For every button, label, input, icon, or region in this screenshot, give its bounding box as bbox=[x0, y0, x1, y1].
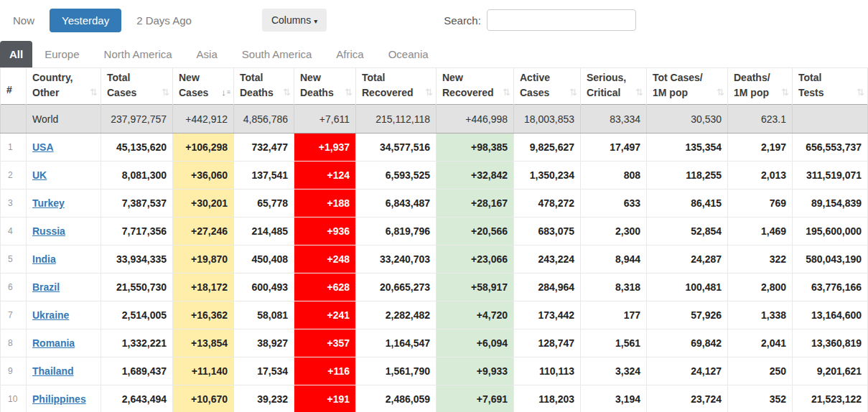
table-row-india: 5India33,934,335+19,870450,408+24833,240… bbox=[1, 245, 868, 273]
cell-total-cases: 2,643,494 bbox=[101, 385, 173, 412]
cell-total-deaths: 732,477 bbox=[234, 134, 294, 161]
sort-desc-icon: ↓≡ bbox=[221, 87, 230, 98]
country-link[interactable]: India bbox=[32, 253, 56, 265]
cell-new-deaths: +241 bbox=[294, 301, 356, 329]
country-link[interactable]: Russia bbox=[32, 225, 65, 237]
country-cell: Russia bbox=[27, 217, 101, 245]
cell-new-cases: +30,201 bbox=[173, 189, 234, 217]
columns-dropdown-button[interactable]: Columns▾ bbox=[262, 9, 327, 32]
column-header-tot-cases-1m[interactable]: Tot Cases/1M pop⇅ bbox=[647, 68, 728, 105]
country-link[interactable]: UK bbox=[32, 169, 47, 181]
column-header-total-cases[interactable]: TotalCases⇅ bbox=[101, 68, 173, 105]
cell-deaths-per-1m: 1,338 bbox=[728, 301, 793, 329]
country-cell: India bbox=[27, 245, 101, 273]
yesterday-button[interactable]: Yesterday bbox=[50, 9, 121, 32]
column-header-label: TotalCases bbox=[107, 70, 169, 100]
cell-new-recovered: +6,094 bbox=[437, 329, 514, 357]
country-link[interactable]: Brazil bbox=[32, 281, 60, 293]
column-header-label: Tot Cases/1M pop bbox=[653, 70, 724, 100]
country-cell: World bbox=[27, 105, 101, 134]
toolbar: Now Yesterday 2 Days Ago Columns▾ Search… bbox=[0, 0, 868, 33]
table-body: World237,972,757+442,9124,856,786+7,6112… bbox=[1, 105, 868, 412]
country-cell: UK bbox=[27, 161, 101, 189]
country-link[interactable]: Thailand bbox=[32, 365, 74, 377]
column-header-new-recovered[interactable]: NewRecovered⇅ bbox=[437, 68, 514, 105]
column-header-label: Serious,Critical bbox=[587, 70, 643, 100]
tab-europe[interactable]: Europe bbox=[32, 41, 91, 67]
cell-new-deaths: +248 bbox=[294, 245, 356, 273]
country-link[interactable]: Romania bbox=[32, 337, 75, 349]
search-input[interactable] bbox=[487, 9, 636, 31]
cell-active-cases: 683,075 bbox=[514, 217, 581, 245]
column-header-label: # bbox=[6, 83, 22, 98]
country-cell: Turkey bbox=[27, 189, 101, 217]
column-header-deaths-1m[interactable]: Deaths/1M pop⇅ bbox=[728, 68, 793, 105]
cell-serious-critical: 83,334 bbox=[581, 105, 647, 134]
cell-new-recovered: +20,566 bbox=[437, 217, 514, 245]
table-row-philippines: 10Philippines2,643,494+10,67039,232+1912… bbox=[1, 385, 868, 412]
cell-active-cases: 128,747 bbox=[514, 329, 581, 357]
cell-serious-critical: 177 bbox=[581, 301, 647, 329]
cell-total-tests: 13,360,819 bbox=[793, 329, 868, 357]
cell-new-cases: +18,172 bbox=[173, 273, 234, 301]
rank-cell: 5 bbox=[1, 245, 27, 273]
country-link[interactable]: Ukraine bbox=[32, 309, 69, 321]
column-header-label: ActiveCases bbox=[520, 70, 577, 100]
search-group: Search: bbox=[444, 9, 636, 31]
cell-total-deaths: 39,232 bbox=[234, 385, 294, 412]
two-days-ago-button[interactable]: 2 Days Ago bbox=[128, 9, 200, 32]
cell-cases-per-1m: 86,415 bbox=[647, 189, 728, 217]
tab-oceania[interactable]: Oceania bbox=[376, 41, 441, 67]
cell-cases-per-1m: 100,481 bbox=[647, 273, 728, 301]
cell-cases-per-1m: 69,842 bbox=[647, 329, 728, 357]
tab-asia[interactable]: Asia bbox=[185, 41, 230, 67]
sort-both-icon: ⇅ bbox=[857, 87, 864, 98]
sort-both-icon: ⇅ bbox=[717, 87, 724, 98]
tab-south-america[interactable]: South America bbox=[230, 41, 325, 67]
cell-deaths-per-1m: 2,013 bbox=[728, 161, 793, 189]
cell-new-cases: +36,060 bbox=[173, 161, 234, 189]
rank-cell: 7 bbox=[1, 301, 27, 329]
cell-total-tests: 63,776,166 bbox=[793, 273, 868, 301]
cell-serious-critical: 1,561 bbox=[581, 329, 647, 357]
column-header-serious-critical[interactable]: Serious,Critical⇅ bbox=[581, 68, 647, 105]
cell-total-recovered: 2,282,482 bbox=[356, 301, 437, 329]
cell-deaths-per-1m: 2,800 bbox=[728, 273, 793, 301]
country-cell: Ukraine bbox=[27, 301, 101, 329]
cell-total-cases: 33,934,335 bbox=[101, 245, 173, 273]
table-row-usa: 1USA45,135,620+106,298732,477+1,93734,57… bbox=[1, 134, 868, 161]
tab-north-america[interactable]: North America bbox=[92, 41, 185, 67]
cell-new-deaths: +357 bbox=[294, 329, 356, 357]
cell-serious-critical: 8,318 bbox=[581, 273, 647, 301]
column-header-rank[interactable]: # bbox=[1, 68, 27, 105]
now-button[interactable]: Now bbox=[4, 9, 43, 32]
rank-cell bbox=[1, 105, 27, 134]
cell-total-tests: 13,164,600 bbox=[793, 301, 868, 329]
cell-serious-critical: 808 bbox=[581, 161, 647, 189]
cell-new-recovered: +9,933 bbox=[437, 357, 514, 385]
cell-active-cases: 243,224 bbox=[514, 245, 581, 273]
rank-cell: 3 bbox=[1, 189, 27, 217]
country-link[interactable]: Philippines bbox=[32, 393, 86, 405]
cell-cases-per-1m: 23,724 bbox=[647, 385, 728, 412]
sort-both-icon: ⇅ bbox=[345, 87, 353, 98]
cell-new-deaths: +1,937 bbox=[294, 134, 356, 161]
column-header-active-cases[interactable]: ActiveCases⇅ bbox=[514, 68, 581, 105]
cell-new-cases: +27,246 bbox=[173, 217, 234, 245]
column-header-total-deaths[interactable]: TotalDeaths⇅ bbox=[234, 68, 294, 105]
cell-active-cases: 478,272 bbox=[514, 189, 581, 217]
tab-africa[interactable]: Africa bbox=[324, 41, 375, 67]
cell-total-recovered: 1,561,790 bbox=[356, 357, 437, 385]
tab-all[interactable]: All bbox=[0, 41, 32, 67]
column-header-total-tests[interactable]: TotalTests⇅ bbox=[793, 68, 868, 105]
cell-new-cases: +442,912 bbox=[173, 105, 234, 134]
column-header-country-other[interactable]: Country,Other⇅ bbox=[27, 68, 101, 105]
cell-total-cases: 237,972,757 bbox=[101, 105, 173, 134]
sort-both-icon: ⇅ bbox=[635, 87, 643, 98]
column-header-new-cases[interactable]: NewCases↓≡ bbox=[173, 68, 234, 105]
column-header-total-recovered[interactable]: TotalRecovered⇅ bbox=[356, 68, 437, 105]
cell-total-tests: 89,154,839 bbox=[793, 189, 868, 217]
country-link[interactable]: USA bbox=[32, 141, 54, 153]
country-link[interactable]: Turkey bbox=[32, 197, 65, 209]
column-header-new-deaths[interactable]: NewDeaths⇅ bbox=[294, 68, 356, 105]
